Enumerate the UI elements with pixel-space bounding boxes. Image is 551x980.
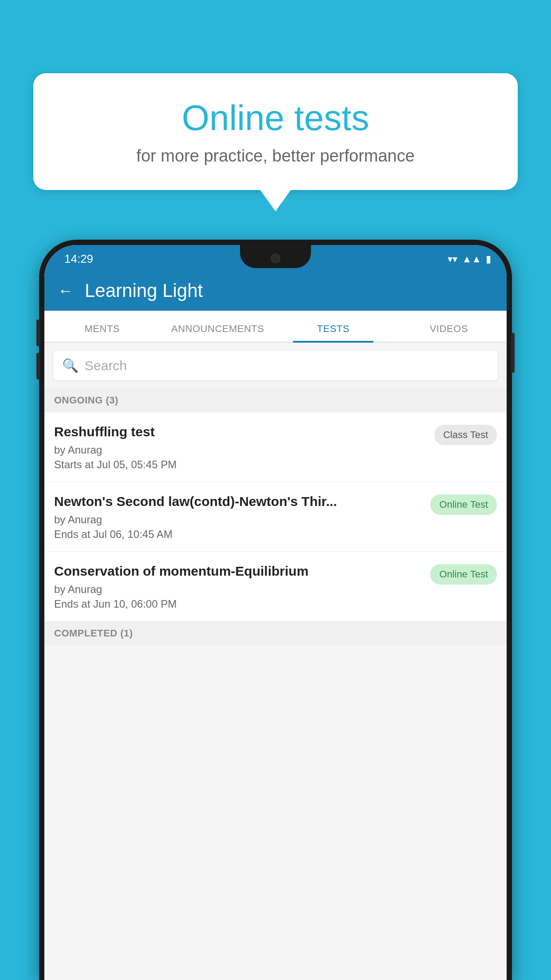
back-button[interactable]: ← — [58, 281, 74, 300]
search-input[interactable]: Search — [85, 358, 127, 373]
bubble-subtitle: for more practice, better performance — [60, 146, 491, 166]
volume-down-button — [36, 353, 40, 379]
search-bar[interactable]: 🔍 Search — [53, 351, 498, 380]
test-info-1: Reshuffling test by Anurag Starts at Jul… — [54, 423, 428, 471]
status-time: 14:29 — [64, 252, 93, 266]
test-name-3: Conservation of momentum-Equilibrium — [54, 562, 424, 580]
search-container: 🔍 Search — [44, 343, 507, 388]
test-item-newton[interactable]: Newton's Second law(contd)-Newton's Thir… — [44, 482, 507, 552]
test-item-conservation[interactable]: Conservation of momentum-Equilibrium by … — [44, 552, 507, 621]
speech-bubble: Online tests for more practice, better p… — [33, 73, 518, 190]
power-button — [511, 333, 515, 373]
test-badge-3: Online Test — [430, 564, 497, 585]
ongoing-section-header: ONGOING (3) — [44, 388, 507, 412]
wifi-icon: ▾▾ — [448, 253, 457, 265]
tab-tests[interactable]: TESTS — [276, 323, 391, 342]
completed-section-header: COMPLETED (1) — [44, 621, 507, 645]
search-icon: 🔍 — [62, 358, 79, 373]
phone-screen: 14:29 ▾▾ ▲▲ ▮ ← Learning Light MENTS ANN… — [44, 245, 507, 980]
phone-notch — [240, 245, 311, 268]
phone-frame: 14:29 ▾▾ ▲▲ ▮ ← Learning Light MENTS ANN… — [39, 240, 512, 980]
tab-announcements[interactable]: ANNOUNCEMENTS — [160, 323, 276, 342]
battery-icon: ▮ — [486, 253, 491, 265]
test-badge-1: Class Test — [434, 425, 497, 445]
volume-up-button — [36, 320, 40, 346]
signal-icon: ▲▲ — [462, 253, 481, 265]
test-author-2: by Anurag — [54, 514, 424, 526]
test-name-1: Reshuffling test — [54, 423, 428, 440]
tabs-bar: MENTS ANNOUNCEMENTS TESTS VIDEOS — [44, 311, 507, 343]
test-item-reshuffling[interactable]: Reshuffling test by Anurag Starts at Jul… — [44, 412, 507, 482]
tab-videos[interactable]: VIDEOS — [391, 323, 507, 342]
test-badge-2: Online Test — [430, 494, 497, 515]
test-author-3: by Anurag — [54, 583, 424, 596]
test-time-3: Ends at Jun 10, 06:00 PM — [54, 598, 424, 610]
status-icons: ▾▾ ▲▲ ▮ — [448, 253, 491, 265]
front-camera — [271, 253, 280, 263]
app-header: ← Learning Light — [44, 271, 507, 311]
test-name-2: Newton's Second law(contd)-Newton's Thir… — [54, 493, 424, 510]
bubble-title: Online tests — [60, 98, 491, 138]
tab-ments[interactable]: MENTS — [44, 323, 160, 342]
test-info-3: Conservation of momentum-Equilibrium by … — [54, 562, 424, 610]
test-info-2: Newton's Second law(contd)-Newton's Thir… — [54, 493, 424, 541]
app-title: Learning Light — [85, 280, 203, 301]
test-time-1: Starts at Jul 05, 05:45 PM — [54, 458, 428, 471]
test-author-1: by Anurag — [54, 444, 428, 456]
test-time-2: Ends at Jul 06, 10:45 AM — [54, 528, 424, 541]
